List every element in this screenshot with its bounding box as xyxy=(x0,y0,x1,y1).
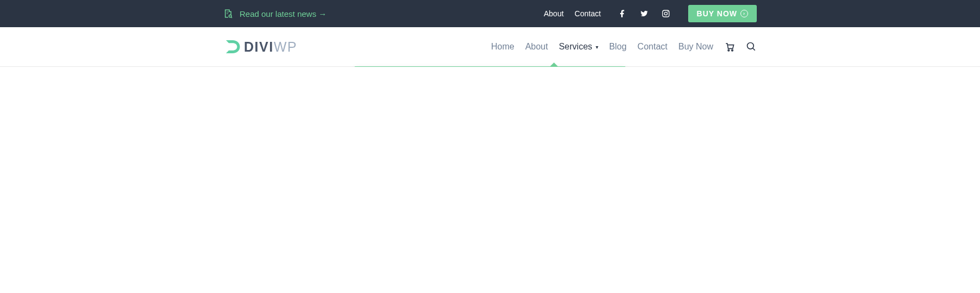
nav-about[interactable]: About xyxy=(525,42,548,52)
nav-blog[interactable]: Blog xyxy=(609,42,627,52)
svg-point-3 xyxy=(667,11,668,13)
twitter-icon[interactable] xyxy=(639,9,649,18)
nav-services-label: Services xyxy=(559,42,592,52)
logo[interactable]: DIVIWP xyxy=(223,38,297,56)
logo-text: DIVIWP xyxy=(244,39,297,55)
search-icon[interactable] xyxy=(746,41,757,52)
svg-point-5 xyxy=(732,49,733,51)
arrow-circle-icon: › xyxy=(740,10,748,17)
nav-services[interactable]: Services ▾ xyxy=(559,42,598,52)
top-link-about[interactable]: About xyxy=(544,9,564,18)
services-dropdown: Sub Item 1 Sub Item 1 Sub Item 2 Sub Ite… xyxy=(355,66,626,67)
nav-contact[interactable]: Contact xyxy=(638,42,667,52)
chevron-down-icon: ▾ xyxy=(596,44,598,50)
svg-point-2 xyxy=(664,12,667,15)
news-label: Read our latest news → xyxy=(240,9,327,18)
buy-now-top-button[interactable]: BUY NOW › xyxy=(688,5,757,22)
svg-point-6 xyxy=(748,43,754,49)
main-header: DIVIWP Home About Services ▾ Blog Contac… xyxy=(0,27,980,67)
instagram-icon[interactable] xyxy=(661,9,671,18)
svg-point-4 xyxy=(728,49,730,51)
logo-mark-icon xyxy=(223,38,242,56)
nav-buy-now[interactable]: Buy Now xyxy=(678,42,713,52)
main-nav: Home About Services ▾ Blog Contact Buy N… xyxy=(491,41,757,52)
buy-now-top-label: BUY NOW xyxy=(697,9,737,18)
top-bar: Read our latest news → About Contact BUY… xyxy=(0,0,980,27)
social-icons xyxy=(617,9,671,18)
news-link[interactable]: Read our latest news → xyxy=(223,9,327,18)
top-link-contact[interactable]: Contact xyxy=(574,9,601,18)
svg-point-0 xyxy=(229,15,232,17)
nav-home[interactable]: Home xyxy=(491,42,514,52)
cart-icon[interactable] xyxy=(724,41,735,52)
document-search-icon xyxy=(223,9,233,18)
top-right: About Contact BUY NOW › xyxy=(544,5,757,22)
facebook-icon[interactable] xyxy=(617,9,627,18)
